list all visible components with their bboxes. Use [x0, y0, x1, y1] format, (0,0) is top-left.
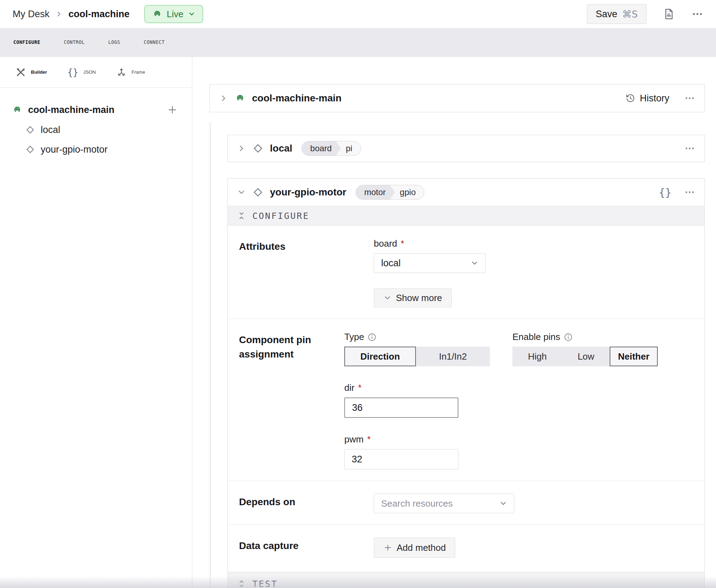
- configure-main: cool-machine-main History: [192, 57, 716, 588]
- add-method-button[interactable]: Add method: [374, 537, 455, 558]
- dir-pin-input[interactable]: [344, 397, 458, 418]
- tree-local-label: local: [41, 125, 60, 135]
- save-button-label: Save: [596, 9, 617, 20]
- tab-logs[interactable]: LOGS: [108, 40, 120, 45]
- edit-json-braces-icon[interactable]: {}: [659, 186, 671, 199]
- braces-icon: {}: [67, 67, 78, 78]
- attributes-section: Attributes board * local: [228, 226, 704, 319]
- chevron-down-icon: [499, 499, 508, 508]
- attributes-heading: Attributes: [239, 238, 374, 307]
- tab-configure[interactable]: CONFIGURE: [13, 40, 40, 45]
- component-diamond-icon: [25, 125, 35, 135]
- frame-axes-icon: [116, 67, 127, 78]
- local-board-card: local board pi: [227, 135, 705, 162]
- view-switcher: Builder {} JSON Frame: [0, 57, 192, 88]
- type-option-in1in2[interactable]: In1/In2: [416, 347, 490, 366]
- view-frame-label: Frame: [132, 69, 145, 75]
- breadcrumb-parent[interactable]: My Desk: [13, 9, 49, 20]
- tab-connect[interactable]: CONNECT: [144, 40, 165, 45]
- show-more-label: Show more: [396, 293, 442, 303]
- tree-item-machine[interactable]: cool-machine-main: [0, 100, 192, 120]
- enable-pins-field-label: Enable pins: [512, 332, 560, 342]
- add-component-icon[interactable]: [167, 104, 178, 115]
- tree-machine-label: cool-machine-main: [28, 105, 114, 115]
- motor-type-badge: motor gpio: [356, 185, 425, 200]
- enable-pins-group: Enable pins High Low Neither: [512, 332, 658, 366]
- topbar-actions: Save ⌘S: [587, 4, 703, 24]
- machine-broadcast-icon: [234, 93, 246, 104]
- depends-on-heading: Depends on: [239, 494, 374, 513]
- depends-on-select[interactable]: Search resources: [374, 494, 514, 513]
- data-capture-section: Data capture Add method: [228, 525, 704, 572]
- history-label: History: [640, 93, 669, 104]
- view-json[interactable]: {} JSON: [67, 67, 96, 78]
- info-icon[interactable]: [564, 333, 573, 342]
- resource-tree: cool-machine-main local your-gpio-motor: [0, 88, 192, 159]
- machine-status-dropdown[interactable]: Live: [144, 5, 203, 23]
- motor-card: your-gpio-motor motor gpio {} CONFIGURE: [227, 178, 705, 588]
- builder-tools-icon: [15, 67, 26, 78]
- view-builder[interactable]: Builder: [15, 67, 47, 78]
- enable-option-high[interactable]: High: [512, 347, 562, 366]
- view-frame[interactable]: Frame: [116, 67, 145, 78]
- view-builder-label: Builder: [31, 69, 47, 75]
- motor-card-title: your-gpio-motor: [270, 187, 346, 198]
- configure-sidebar: Builder {} JSON Frame: [0, 57, 192, 588]
- chevron-down-icon: [470, 259, 479, 267]
- configure-section-bar[interactable]: CONFIGURE: [228, 206, 704, 226]
- component-diamond-icon: [252, 143, 264, 154]
- tab-control[interactable]: CONTROL: [64, 40, 85, 45]
- tree-connector-line: [210, 122, 211, 588]
- expand-local-chevron-icon[interactable]: [237, 144, 246, 153]
- document-chart-icon[interactable]: [663, 8, 675, 20]
- plus-icon: [383, 543, 392, 552]
- component-diamond-icon: [252, 187, 264, 198]
- local-type-badge: board pi: [301, 141, 361, 156]
- tree-item-your-gpio-motor[interactable]: your-gpio-motor: [0, 140, 192, 159]
- required-marker: *: [401, 238, 404, 249]
- test-section-bar[interactable]: TEST: [228, 572, 704, 588]
- badge-model-label: gpio: [395, 185, 424, 199]
- enable-option-low[interactable]: Low: [562, 347, 610, 366]
- dir-pin-group: dir *: [344, 382, 693, 418]
- configure-section-label: CONFIGURE: [252, 211, 309, 221]
- badge-type-label: board: [302, 141, 341, 155]
- type-field-label: Type: [344, 332, 364, 342]
- local-more-options-icon[interactable]: [684, 143, 695, 154]
- pwm-pin-input[interactable]: [344, 449, 458, 469]
- depends-on-section: Depends on Search resources: [228, 481, 704, 525]
- expand-section-icon: [237, 579, 246, 588]
- data-capture-heading: Data capture: [239, 537, 374, 558]
- pwm-pin-group: pwm *: [344, 434, 693, 469]
- expand-machine-chevron-icon[interactable]: [219, 94, 228, 103]
- breadcrumb-chevron-icon: [55, 10, 63, 18]
- collapse-motor-chevron-icon[interactable]: [237, 188, 246, 197]
- more-options-icon[interactable]: [691, 8, 703, 20]
- show-more-button[interactable]: Show more: [374, 288, 452, 307]
- required-marker: *: [358, 382, 362, 393]
- dir-field-label: dir: [344, 382, 354, 393]
- component-diamond-icon: [25, 145, 35, 154]
- type-group: Type Direction In1/In2: [344, 332, 490, 366]
- top-bar: My Desk cool-machine Live Save ⌘S: [0, 0, 716, 28]
- board-select[interactable]: local: [374, 253, 485, 273]
- view-json-label: JSON: [83, 69, 96, 75]
- tree-item-local[interactable]: local: [0, 120, 192, 140]
- breadcrumb: My Desk cool-machine: [13, 9, 130, 20]
- machine-broadcast-icon: [12, 105, 22, 115]
- machine-card-title: cool-machine-main: [252, 93, 342, 104]
- type-option-direction[interactable]: Direction: [344, 347, 416, 366]
- motor-more-options-icon[interactable]: [684, 187, 695, 198]
- type-toggle: Direction In1/In2: [344, 347, 490, 366]
- enable-option-neither[interactable]: Neither: [610, 347, 658, 366]
- info-icon[interactable]: [367, 333, 377, 342]
- board-select-value: local: [381, 258, 401, 269]
- chevron-down-icon: [188, 10, 195, 18]
- chevron-down-icon: [383, 294, 392, 302]
- history-clock-icon: [625, 93, 636, 103]
- machine-status-label: Live: [167, 9, 184, 20]
- save-button[interactable]: Save ⌘S: [587, 4, 647, 24]
- collapse-section-icon: [237, 211, 246, 220]
- machine-more-options-icon[interactable]: [684, 93, 695, 104]
- history-button[interactable]: History: [625, 93, 669, 104]
